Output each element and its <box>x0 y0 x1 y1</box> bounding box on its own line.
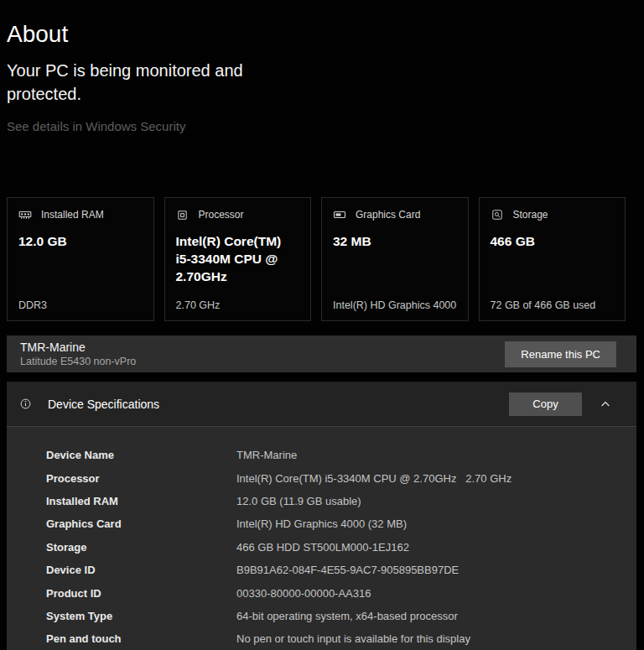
graphics-name: Intel(R) HD Graphics 4000 <box>333 299 457 311</box>
spec-row-graphics-card: Graphics Card Intel(R) HD Graphics 4000 … <box>46 512 628 535</box>
spec-row-processor: Processor Intel(R) Core(TM) i5-3340M CPU… <box>46 466 628 489</box>
page-header: About Your PC is being monitored and pro… <box>7 20 637 134</box>
processor-card: Processor Intel(R) Core(TM) i5-3340M CPU… <box>164 197 312 321</box>
storage-icon <box>491 208 504 221</box>
spec-row-product-id: Product ID 00330-80000-00000-AA316 <box>46 581 628 604</box>
spec-label: Installed RAM <box>46 495 236 507</box>
about-settings-page: About Your PC is being monitored and pro… <box>0 0 644 650</box>
card-label: Graphics Card <box>356 209 420 221</box>
monitored-status-text: Your PC is being monitored and protected… <box>7 59 250 106</box>
storage-usage: 72 GB of 466 GB used <box>491 299 615 311</box>
spec-value: 466 GB HDD ST500LM000-1EJ162 <box>236 541 628 554</box>
spec-row-device-name: Device Name TMR-Marine <box>46 444 628 466</box>
gpu-icon <box>333 208 346 221</box>
spec-value: 00330-80000-00000-AA316 <box>236 587 628 600</box>
spec-label: Graphics Card <box>46 517 236 530</box>
spec-value: Intel(R) HD Graphics 4000 (32 MB) <box>236 517 628 530</box>
spec-value: B9B91A62-084F-4E55-9AC7-905895BB97DE <box>236 564 628 576</box>
device-name-bar: TMR-Marine Latitude E5430 non-vPro Renam… <box>7 335 636 372</box>
spec-row-pen-and-touch: Pen and touch No pen or touch input is a… <box>46 627 628 650</box>
hardware-summary-cards: Installed RAM 12.0 GB DDR3 Processor Int… <box>7 197 626 321</box>
spec-label: Storage <box>46 541 236 554</box>
copy-button[interactable]: Copy <box>509 393 582 416</box>
spec-label: System Type <box>46 610 236 622</box>
page-title: About <box>7 20 637 49</box>
installed-ram-card: Installed RAM 12.0 GB DDR3 <box>7 197 154 321</box>
device-specifications-header: Device Specifications Copy <box>7 382 636 427</box>
device-name: TMR-Marine <box>20 340 136 355</box>
ram-value: 12.0 GB <box>18 232 143 250</box>
graphics-card-card: Graphics Card 32 MB Intel(R) HD Graphics… <box>321 197 469 321</box>
spec-label: Processor <box>46 472 236 485</box>
spec-label: Product ID <box>46 587 236 600</box>
info-icon <box>20 398 31 409</box>
processor-value: Intel(R) Core(TM) i5-3340M CPU @ 2.70GHz <box>176 232 300 285</box>
spec-value: TMR-Marine <box>236 449 628 461</box>
storage-card: Storage 466 GB 72 GB of 466 GB used <box>479 197 626 321</box>
spec-row-installed-ram: Installed RAM 12.0 GB (11.9 GB usable) <box>46 490 628 512</box>
spec-value: 64-bit operating system, x64-based proce… <box>236 610 628 622</box>
spec-label: Device ID <box>46 564 236 576</box>
device-specifications-title: Device Specifications <box>48 398 159 411</box>
spec-value: Intel(R) Core(TM) i5-3340M CPU @ 2.70GHz… <box>236 472 628 485</box>
card-label: Installed RAM <box>41 209 104 221</box>
storage-value: 466 GB <box>491 232 615 250</box>
spec-label: Device Name <box>46 449 236 461</box>
graphics-memory-value: 32 MB <box>333 232 457 250</box>
ram-type: DDR3 <box>18 299 143 311</box>
spec-value: 12.0 GB (11.9 GB usable) <box>236 495 628 507</box>
spec-table: Device Name TMR-Marine Processor Intel(R… <box>7 427 636 650</box>
spec-row-device-id: Device ID B9B91A62-084F-4E55-9AC7-905895… <box>46 559 628 581</box>
rename-pc-button[interactable]: Rename this PC <box>505 341 616 367</box>
card-label: Storage <box>513 209 548 221</box>
card-label: Processor <box>199 209 244 221</box>
cpu-icon <box>176 208 190 221</box>
ram-icon <box>18 208 32 221</box>
windows-security-link[interactable]: See details in Windows Security <box>7 119 185 133</box>
chevron-up-icon[interactable] <box>600 398 611 410</box>
spec-row-storage: Storage 466 GB HDD ST500LM000-1EJ162 <box>46 536 628 559</box>
spec-label: Pen and touch <box>46 632 236 645</box>
spec-row-system-type: System Type 64-bit operating system, x64… <box>46 605 628 627</box>
processor-speed: 2.70 GHz <box>176 299 300 311</box>
spec-value: No pen or touch input is available for t… <box>236 632 628 645</box>
device-model: Latitude E5430 non-vPro <box>20 355 136 368</box>
device-specifications-panel: Device Specifications Copy Device Name T… <box>7 382 636 650</box>
